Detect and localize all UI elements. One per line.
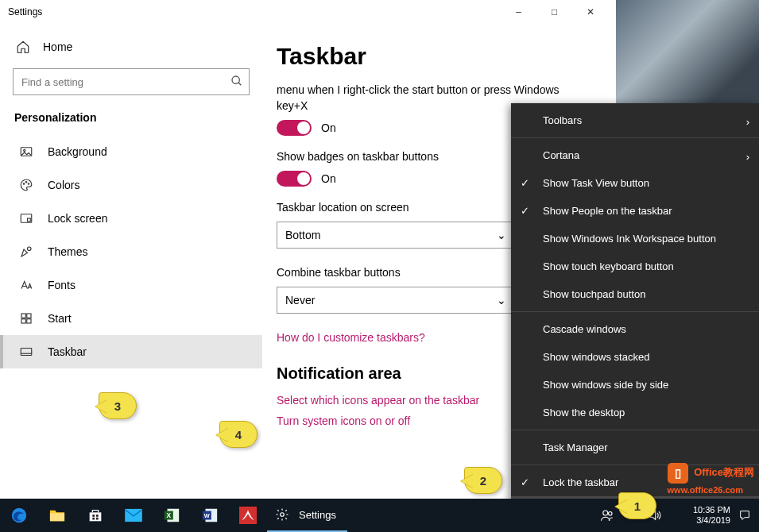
tray-date: 3/4/2019 bbox=[693, 515, 730, 526]
svg-point-3 bbox=[24, 149, 25, 151]
excel-icon: X bbox=[163, 507, 180, 524]
chevron-right-icon: › bbox=[746, 116, 749, 128]
edge-icon bbox=[10, 507, 28, 524]
search-input[interactable] bbox=[13, 68, 250, 95]
svg-rect-10 bbox=[21, 314, 25, 318]
callout-2: 2 bbox=[464, 467, 502, 494]
taskbar-app-mail[interactable] bbox=[114, 499, 153, 532]
watermark-url: www.office26.com bbox=[668, 485, 744, 495]
chevron-right-icon: › bbox=[746, 151, 749, 163]
cm-touchpad[interactable]: Show touchpad button bbox=[511, 280, 759, 308]
themes-icon bbox=[19, 245, 33, 259]
tray-clock[interactable]: 10:36 PM 3/4/2019 bbox=[693, 505, 730, 525]
sidebar-item-start[interactable]: Start bbox=[0, 302, 262, 335]
svg-rect-8 bbox=[28, 218, 31, 222]
cm-label: Show windows side by side bbox=[543, 379, 668, 391]
taskbar-location-select[interactable]: Bottom ⌄ bbox=[277, 222, 515, 249]
home-nav[interactable]: Home bbox=[0, 32, 262, 62]
combine-select[interactable]: Never ⌄ bbox=[277, 287, 515, 314]
chevron-down-icon: ⌄ bbox=[497, 229, 506, 241]
cm-stacked[interactable]: Show windows stacked bbox=[511, 343, 759, 371]
window-title: Settings bbox=[8, 6, 42, 17]
sidebar-item-label: Fonts bbox=[48, 279, 76, 291]
cm-label: Show Task View button bbox=[543, 177, 649, 189]
taskbar-app-word[interactable]: W bbox=[191, 499, 229, 532]
cm-touchkb[interactable]: Show touch keyboard button bbox=[511, 253, 759, 280]
watermark-brand-suffix: 教程网 bbox=[723, 466, 754, 478]
cm-cascade[interactable]: Cascade windows bbox=[511, 315, 759, 343]
minimize-button[interactable]: – bbox=[501, 0, 536, 24]
chevron-down-icon: ⌄ bbox=[497, 294, 506, 306]
svg-point-6 bbox=[28, 183, 29, 185]
office-badge-icon: ▯ bbox=[668, 463, 688, 484]
taskbar-app-settings[interactable]: Settings bbox=[267, 499, 347, 532]
cm-sidebyside[interactable]: Show windows side by side bbox=[511, 371, 759, 399]
language-indicator[interactable] bbox=[669, 499, 688, 532]
cm-ink[interactable]: Show Windows Ink Workspace button bbox=[511, 225, 759, 253]
svg-rect-22 bbox=[96, 518, 99, 520]
sidebar-item-label: Themes bbox=[48, 245, 88, 258]
svg-point-9 bbox=[28, 247, 32, 251]
cm-toolbars[interactable]: Toolbars › bbox=[511, 106, 759, 134]
close-button[interactable]: ✕ bbox=[572, 0, 608, 24]
tray-time: 10:36 PM bbox=[693, 505, 730, 515]
svg-rect-20 bbox=[96, 515, 99, 517]
taskbar-app-edge[interactable] bbox=[0, 499, 38, 532]
cm-label: Show touch keyboard button bbox=[543, 260, 674, 272]
cm-label: Show the desktop bbox=[543, 407, 625, 418]
svg-rect-21 bbox=[92, 518, 95, 520]
gear-icon bbox=[275, 507, 289, 522]
callout-1: 1 bbox=[618, 492, 656, 519]
home-label: Home bbox=[43, 40, 72, 53]
cm-people[interactable]: ✓ Show People on the taskbar bbox=[511, 197, 759, 225]
section-heading: Personalization bbox=[0, 108, 262, 135]
cm-taskmanager[interactable]: Task Manager bbox=[511, 434, 759, 461]
search-icon bbox=[230, 75, 243, 87]
word-icon: W bbox=[201, 507, 219, 524]
taskbar-app-explorer[interactable] bbox=[38, 499, 76, 532]
taskbar-location-value: Bottom bbox=[285, 229, 320, 241]
svg-rect-19 bbox=[92, 515, 95, 517]
svg-point-0 bbox=[232, 76, 239, 83]
taskbar-app-store[interactable] bbox=[76, 499, 114, 532]
svg-text:W: W bbox=[204, 512, 210, 519]
titlebar: Settings – □ ✕ bbox=[0, 0, 616, 24]
sidebar-item-background[interactable]: Background bbox=[0, 135, 262, 168]
callout-4: 4 bbox=[219, 421, 258, 448]
taskbar-app-excel[interactable]: X bbox=[153, 499, 191, 532]
callout-3: 3 bbox=[99, 392, 137, 419]
svg-point-4 bbox=[23, 183, 25, 185]
svg-text:X: X bbox=[167, 512, 172, 519]
sidebar-item-label: Lock screen bbox=[48, 212, 107, 225]
taskbar-app-acrobat[interactable] bbox=[229, 499, 267, 532]
sidebar-item-lockscreen[interactable]: Lock screen bbox=[0, 202, 262, 235]
toggle-badges[interactable] bbox=[277, 171, 312, 187]
cm-label: Lock the taskbar bbox=[543, 476, 618, 488]
svg-line-1 bbox=[238, 83, 241, 85]
cm-label: Show Windows Ink Workspace button bbox=[543, 233, 716, 245]
svg-rect-30 bbox=[239, 507, 257, 524]
cm-taskview[interactable]: ✓ Show Task View button bbox=[511, 169, 759, 197]
action-center-icon[interactable] bbox=[735, 499, 754, 532]
sidebar-item-taskbar[interactable]: Taskbar bbox=[0, 335, 262, 368]
sidebar-item-fonts[interactable]: Fonts bbox=[0, 268, 262, 302]
sidebar-item-label: Colors bbox=[48, 179, 79, 191]
svg-rect-12 bbox=[21, 319, 25, 323]
watermark-brand-prefix: Office bbox=[694, 466, 723, 478]
svg-rect-11 bbox=[27, 314, 31, 318]
cm-showdesktop[interactable]: Show the desktop bbox=[511, 399, 759, 426]
mail-icon bbox=[125, 508, 142, 522]
taskbar-app-label: Settings bbox=[299, 509, 336, 521]
svg-rect-23 bbox=[125, 509, 142, 522]
toggle-badges-state: On bbox=[321, 172, 336, 185]
cm-cortana[interactable]: Cortana › bbox=[511, 141, 759, 169]
toggle-powermenu[interactable] bbox=[277, 120, 312, 136]
sidebar-item-themes[interactable]: Themes bbox=[0, 235, 262, 268]
page-title: Taskbar bbox=[277, 43, 592, 70]
start-icon bbox=[19, 311, 33, 326]
maximize-button[interactable]: □ bbox=[536, 0, 572, 24]
cm-label: Show windows stacked bbox=[543, 351, 649, 363]
acrobat-icon bbox=[239, 507, 257, 524]
lockscreen-icon bbox=[19, 211, 33, 226]
sidebar-item-colors[interactable]: Colors bbox=[0, 168, 262, 202]
